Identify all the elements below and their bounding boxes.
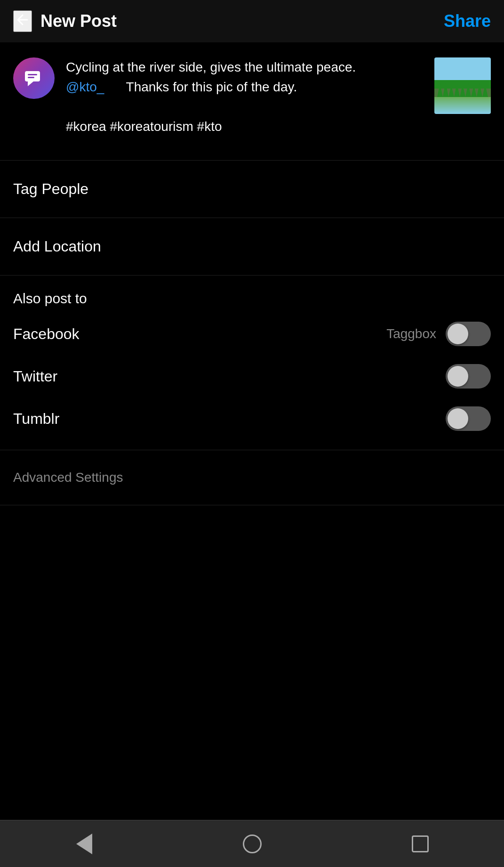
svg-rect-3	[28, 77, 34, 78]
back-button[interactable]	[13, 10, 32, 32]
advanced-settings-item[interactable]: Advanced Settings	[0, 450, 504, 505]
header: New Post Share	[0, 0, 504, 42]
facebook-label: Facebook	[13, 325, 80, 343]
facebook-toggle[interactable]	[446, 322, 491, 346]
tumblr-label: Tumblr	[13, 410, 59, 428]
svg-rect-0	[25, 71, 40, 81]
post-caption: Cycling at the river side, gives the ult…	[66, 57, 423, 137]
post-hashtags: #korea #koreatourism #kto	[66, 119, 222, 134]
post-content: Cycling at the river side, gives the ult…	[66, 57, 423, 145]
svg-rect-2	[28, 74, 37, 75]
avatar	[13, 57, 55, 99]
facebook-toggle-knob	[448, 324, 468, 344]
twitter-row: Twitter	[13, 364, 491, 389]
tumblr-row: Tumblr	[13, 406, 491, 431]
tumblr-toggle-knob	[448, 408, 468, 429]
header-left: New Post	[13, 10, 117, 32]
post-thumbnail	[434, 57, 491, 114]
also-post-header: Also post to	[13, 291, 491, 307]
taggbox-label: Taggbox	[386, 326, 436, 341]
bottom-navigation	[0, 820, 504, 867]
twitter-toggle[interactable]	[446, 364, 491, 389]
back-triangle-icon	[76, 834, 92, 854]
recent-square-icon	[412, 835, 429, 852]
post-mention: @kto_	[66, 80, 104, 94]
page-title: New Post	[40, 11, 117, 31]
twitter-toggle-knob	[448, 366, 468, 387]
twitter-label: Twitter	[13, 368, 57, 385]
tumblr-toggle[interactable]	[446, 406, 491, 431]
add-location-item[interactable]: Add Location	[0, 218, 504, 275]
tag-people-item[interactable]: Tag People	[0, 161, 504, 218]
svg-marker-1	[28, 81, 33, 86]
post-preview: Cycling at the river side, gives the ult…	[0, 42, 504, 161]
also-post-section: Also post to Facebook Taggbox Twitter Tu…	[0, 275, 504, 450]
facebook-row: Facebook Taggbox	[13, 322, 491, 346]
nav-home-button[interactable]	[238, 830, 266, 858]
nav-recent-button[interactable]	[406, 830, 434, 858]
content-spacer	[0, 505, 504, 820]
add-location-label: Add Location	[13, 238, 101, 255]
tag-people-label: Tag People	[13, 180, 88, 197]
advanced-settings-label: Advanced Settings	[13, 470, 123, 485]
nav-back-button[interactable]	[70, 830, 98, 858]
home-circle-icon	[243, 835, 262, 853]
share-button[interactable]: Share	[444, 11, 491, 31]
